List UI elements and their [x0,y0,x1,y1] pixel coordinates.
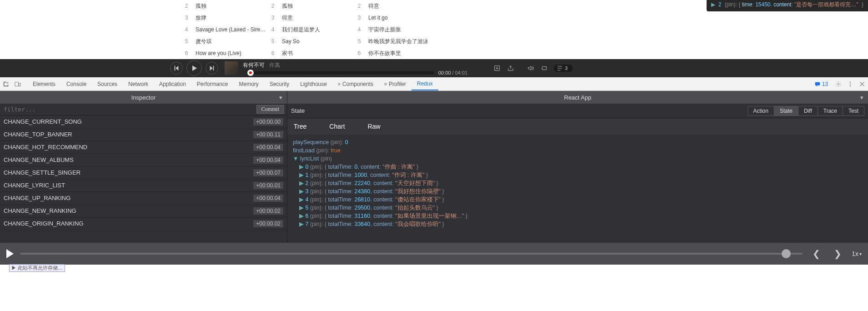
loop-icon[interactable] [540,64,548,72]
song-row[interactable]: 4Savage Love (Laxed - Siren Be… [180,24,266,35]
close-icon[interactable] [856,81,868,87]
action-row[interactable]: CHANGE_HOT_RECOMMEND+00:00.04 [0,141,287,154]
svg-point-5 [850,85,851,86]
transport-speed[interactable]: 1x▾ [852,250,862,257]
action-row[interactable]: CHANGE_CURRENT_SONG+00:00.00 [0,115,287,128]
action-name: CHANGE_CURRENT_SONG [4,118,82,125]
subtab-raw[interactable]: Raw [368,123,381,130]
song-row[interactable]: 3放肆 [180,12,266,24]
song-row[interactable]: 5虞兮叹 [180,35,266,47]
song-row[interactable]: 6家书 [266,47,352,59]
action-timestamp: +00:00.04 [253,195,283,202]
device-icon[interactable] [12,81,24,87]
song-title: 虞兮叹 [193,38,266,45]
song-title: 家书 [280,50,352,57]
playlist-button[interactable]: 3 [554,65,573,72]
song-row[interactable]: 4我们都是追梦人 [266,24,352,35]
subtab-tree[interactable]: Tree [294,123,306,130]
song-row[interactable]: 4宇宙停止膨胀 [352,24,439,35]
transport-knob[interactable] [782,249,791,258]
action-name: CHANGE_SETTLE_SINGER [4,169,80,176]
song-rank: 5 [180,38,193,45]
tab-elements[interactable]: Elements [27,77,61,90]
state-column: React App ▾ State Action State Diff Trac… [287,91,868,243]
progress-bar[interactable] [247,71,434,75]
song-row[interactable]: 6你不在故事里 [352,47,439,59]
tab-components[interactable]: Components [332,77,379,90]
mode-action[interactable]: Action [748,106,774,115]
song-title: Let it go [366,15,439,21]
status-chip[interactable]: ▶ 此站不再允许存储… [9,264,65,272]
action-timestamp: +00:00.01 [253,182,283,189]
mode-diff[interactable]: Diff [798,106,818,115]
transport-play-button[interactable] [6,249,14,258]
tab-performance[interactable]: Performance [191,77,234,90]
more-icon[interactable] [844,81,856,87]
song-title: 宇宙停止膨胀 [366,26,439,34]
song-title[interactable]: 有何不可 [243,61,265,69]
mode-test[interactable]: Test [843,106,864,115]
song-row[interactable]: 5昨晚我梦见我学会了游泳 [352,35,439,47]
tab-profiler[interactable]: Profiler [379,77,411,90]
transport-next[interactable]: ❯ [830,248,845,259]
tab-network[interactable]: Network [123,77,154,90]
add-icon[interactable] [493,64,501,72]
song-rank: 6 [266,50,280,56]
share-icon[interactable] [507,64,515,72]
song-rank: 4 [180,26,193,33]
action-row[interactable]: CHANGE_SETTLE_SINGER+00:00.07 [0,166,287,179]
action-row[interactable]: CHANGE_NEW_ALBUMS+00:00.04 [0,154,287,166]
song-row[interactable]: 2孤独 [266,0,352,12]
song-row[interactable]: 6How are you (Live) [180,47,266,59]
tab-memory[interactable]: Memory [234,77,264,90]
action-timestamp: +00:00.02 [253,207,283,215]
svg-rect-0 [15,82,19,86]
mode-tabs: Action State Diff Trace Test [748,106,864,116]
action-row[interactable]: CHANGE_NEW_RANKING+00:00.02 [0,205,287,217]
tab-application[interactable]: Application [154,77,191,90]
next-button[interactable] [206,62,218,75]
tab-console[interactable]: Console [61,77,92,90]
action-transport: ❮ ❯ 1x▾ [0,243,868,265]
state-tree[interactable]: playSequence (pin): 0firstLoad (pin): tr… [287,135,868,243]
song-rank: 2 [352,3,366,9]
chevron-down-icon[interactable]: ▾ [279,94,282,101]
action-row[interactable]: CHANGE_UP_RANKING+00:00.04 [0,192,287,205]
state-label: State [291,107,305,114]
play-button[interactable] [186,60,202,76]
inspect-icon[interactable] [0,81,12,87]
mode-trace[interactable]: Trace [818,106,843,115]
action-row[interactable]: CHANGE_TOP_BANNER+00:00.11 [0,128,287,141]
volume-icon[interactable] [527,64,535,72]
tab-security[interactable]: Security [264,77,295,90]
subtab-chart[interactable]: Chart [329,123,345,130]
transport-slider[interactable] [20,253,803,255]
chevron-down-icon[interactable]: ▾ [860,94,863,101]
album-cover[interactable] [225,61,238,75]
action-row[interactable]: CHANGE_ORIGIN_RANKING+00:00.02 [0,217,287,230]
song-row[interactable]: 2得意 [352,0,439,12]
action-list: CHANGE_CURRENT_SONG+00:00.00CHANGE_TOP_B… [0,115,287,243]
mode-state[interactable]: State [774,106,798,115]
song-row[interactable]: 5Say So [266,35,352,47]
song-row[interactable]: 2孤独 [180,0,266,12]
song-rank: 5 [352,38,366,45]
song-row[interactable]: 3得意 [266,12,352,24]
song-title: How are you (Live) [193,50,266,56]
filter-input[interactable] [0,106,256,113]
tab-redux[interactable]: Redux [411,77,438,90]
transport-prev[interactable]: ❮ [809,248,824,259]
settings-icon[interactable] [833,81,844,87]
prev-button[interactable] [170,62,183,75]
action-timestamp: +00:00.02 [253,220,283,227]
tab-lighthouse[interactable]: Lighthouse [295,77,332,90]
commit-button[interactable]: Commit [256,105,284,114]
tab-sources[interactable]: Sources [92,77,123,90]
song-row[interactable]: 3Let it go [352,12,439,24]
action-row[interactable]: CHANGE_LYRIC_LIST+00:00.01 [0,179,287,192]
song-title: 得意 [280,14,352,22]
song-rank: 3 [180,15,193,21]
messages-badge[interactable]: 13 [814,81,828,87]
progress-knob[interactable] [247,70,254,76]
song-artist[interactable]: 许嵩 [269,61,280,69]
